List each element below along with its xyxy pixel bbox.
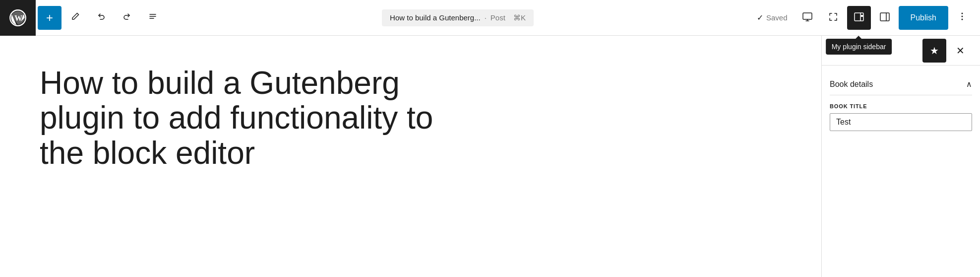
svg-rect-10 <box>861 15 863 17</box>
plugin-sidebar-button[interactable] <box>847 6 871 30</box>
redo-button[interactable] <box>115 6 139 30</box>
sidebar-header: My plugin sidebar ★ ✕ <box>822 36 980 66</box>
settings-sidebar-button[interactable] <box>873 6 897 30</box>
undo-icon <box>96 11 106 24</box>
svg-text:W: W <box>14 13 22 22</box>
book-details-title: Book details <box>830 80 873 89</box>
plus-icon: + <box>46 11 53 25</box>
wp-logo[interactable]: W <box>0 0 36 36</box>
post-type-label: Post <box>490 13 505 22</box>
sidebar-pin-button[interactable]: ★ <box>922 39 946 63</box>
more-options-button[interactable] <box>950 6 974 30</box>
main-area: How to build a Gutenberg plugin to add f… <box>0 36 980 277</box>
toolbar: W + <box>0 0 980 36</box>
saved-status: ✓ Saved <box>751 13 794 22</box>
toolbar-center: How to build a Gutenberg... · Post ⌘K <box>167 9 749 26</box>
book-title-label: BOOK TITLE <box>830 103 972 109</box>
sidebar-title: My plugin sidebar <box>830 46 892 55</box>
more-options-icon <box>957 11 967 24</box>
desktop-view-button[interactable] <box>796 6 819 30</box>
svg-rect-11 <box>880 13 889 21</box>
list-view-button[interactable] <box>141 6 165 30</box>
chevron-up-icon: ∧ <box>966 79 972 89</box>
list-view-icon <box>148 11 158 24</box>
editor-area[interactable]: How to build a Gutenberg plugin to add f… <box>0 36 821 277</box>
publish-label: Publish <box>911 13 936 22</box>
close-icon: ✕ <box>956 45 965 57</box>
saved-label: Saved <box>766 13 788 22</box>
plugin-sidebar-icon <box>854 11 864 24</box>
book-title-field: BOOK TITLE <box>830 103 972 131</box>
post-heading[interactable]: How to build a Gutenberg plugin to add f… <box>40 66 436 170</box>
book-title-input[interactable] <box>830 113 972 131</box>
plugin-sidebar-container: My plugin sidebar <box>847 6 871 30</box>
check-icon: ✓ <box>757 13 763 22</box>
post-type-separator: · <box>485 13 487 22</box>
desktop-icon <box>802 11 813 24</box>
post-title-text: How to build a Gutenberg... <box>390 13 481 22</box>
sidebar-close-button[interactable]: ✕ <box>948 39 972 63</box>
sidebar-header-actions: ★ ✕ <box>922 39 972 63</box>
publish-button[interactable]: Publish <box>899 6 948 30</box>
svg-point-15 <box>962 19 963 20</box>
plugin-sidebar: My plugin sidebar ★ ✕ Book details ∧ BOO… <box>821 36 980 277</box>
undo-button[interactable] <box>89 6 113 30</box>
svg-rect-5 <box>803 13 812 19</box>
post-shortcut: ⌘K <box>513 13 526 22</box>
add-block-button[interactable]: + <box>38 6 61 30</box>
post-title-area[interactable]: How to build a Gutenberg... · Post ⌘K <box>382 9 534 26</box>
settings-sidebar-icon <box>879 11 890 24</box>
book-details-header[interactable]: Book details ∧ <box>830 73 972 95</box>
star-icon: ★ <box>930 45 939 57</box>
toolbar-right: ✓ Saved <box>751 6 974 30</box>
fullscreen-button[interactable] <box>821 6 845 30</box>
sidebar-content: Book details ∧ BOOK TITLE <box>822 66 980 147</box>
svg-point-13 <box>962 13 963 14</box>
book-details-section: Book details ∧ BOOK TITLE <box>830 73 972 131</box>
redo-icon <box>122 11 132 24</box>
pencil-icon <box>70 11 80 24</box>
svg-point-14 <box>962 16 963 17</box>
fullscreen-icon <box>828 11 839 24</box>
edit-button[interactable] <box>63 6 87 30</box>
